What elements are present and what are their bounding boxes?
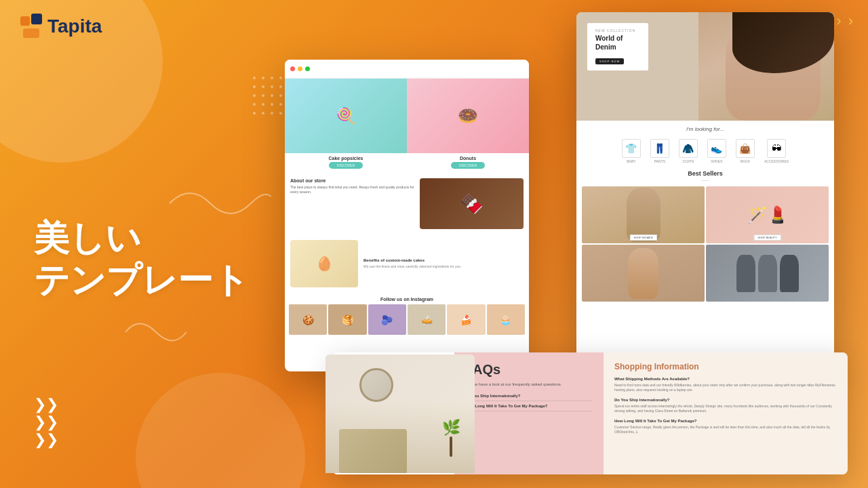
faq-section: FAQs Please have a look at our frequentl… [454, 352, 604, 474]
svg-point-0 [253, 77, 256, 79]
cat-baby: 👕 BABY [622, 139, 641, 163]
food-blog-mockup: 🍭 🍩 Cake popsicles DISCOVER Donuts DISCO… [285, 60, 529, 371]
cake-popsicles-img: 🍭 [285, 79, 407, 153]
chevron-3: ❯❯ [34, 432, 58, 447]
expand-dot [305, 66, 310, 71]
benefits-img: 🥚 [290, 240, 358, 287]
cat-bags: 👜 BAGS [736, 139, 755, 163]
shop-beauty-btn[interactable]: SHOP BEAUTY [753, 235, 781, 241]
cake-btn: DISCOVER [329, 162, 363, 169]
bedroom-mockup: 🌿 [326, 354, 475, 473]
cat-shoes: 👟 SHOES [707, 139, 726, 163]
fashion-hero-banner: NEW COLLECTION World of Denim SHOP NOW [576, 12, 834, 121]
svg-rect-63 [20, 16, 30, 26]
brand-name: Tapita [47, 16, 102, 37]
shopping-a2: Spend our entire staff across interestin… [614, 404, 837, 413]
fashion-search-label: I'm looking for... [576, 121, 834, 135]
mockup-navbar [285, 60, 529, 79]
svg-point-29 [262, 112, 264, 115]
cake-label: Cake popsicles [285, 153, 407, 162]
insta-3: 🫐 [368, 304, 406, 335]
about-text: The best place to always find what you n… [290, 185, 414, 195]
logo-icon [20, 14, 42, 39]
bags-icon: 👜 [736, 139, 755, 158]
instagram-grid: 🍪 🥞 🫐 🥧 🍰 🧁 [285, 304, 529, 335]
shopping-title: Shopping Information [614, 362, 837, 371]
fashion-store-mockup: NEW COLLECTION World of Denim SHOP NOW I… [576, 12, 834, 365]
svg-point-3 [279, 77, 282, 79]
cat-coats: 🧥 COATS [679, 139, 698, 163]
svg-point-9 [271, 85, 273, 88]
men-product [706, 245, 829, 302]
svg-rect-64 [31, 14, 42, 24]
chevron-1: ❯❯ [34, 397, 58, 412]
shopping-q1: What Shipping Methods Are Available? [614, 377, 837, 381]
donut-btn: DISCOVER [451, 162, 485, 169]
benefits-title: Benefits of custom-made cakes [363, 258, 461, 262]
shopping-info-section: Shopping Information What Shipping Metho… [604, 352, 848, 474]
chocolate-cake-img: 🍫 [420, 178, 524, 229]
blob-decoration-2 [136, 373, 305, 488]
pants-label: PANTS [654, 159, 665, 163]
baby-label: BABY [627, 159, 635, 163]
insta-2: 🥞 [328, 304, 366, 335]
best-sellers-title: Best Sellers [576, 167, 834, 178]
denim-card: NEW COLLECTION World of Denim SHOP NOW [587, 23, 648, 70]
chevron-decoration: ❯❯ ❯❯ ❯❯ [34, 397, 58, 447]
about-section: About our store The best place to always… [285, 173, 529, 235]
svg-point-24 [279, 103, 282, 106]
donuts-img: 🍩 [407, 79, 529, 153]
svg-rect-65 [23, 28, 39, 38]
instagram-label: Follow us on Instagram [285, 293, 529, 304]
svg-point-28 [253, 112, 256, 115]
insta-1: 🍪 [289, 304, 327, 335]
bags-label: BAGS [741, 159, 750, 163]
hero-text: 美しい テンプレート [34, 217, 249, 302]
benefits-desc: We use the finest and most carefully sel… [363, 264, 461, 269]
svg-point-15 [262, 94, 264, 97]
insta-6: 🧁 [487, 304, 525, 335]
svg-point-16 [271, 94, 273, 97]
insta-4: 🥧 [408, 304, 446, 335]
brand-logo[interactable]: Tapita [20, 14, 102, 39]
svg-point-22 [262, 103, 264, 106]
fashion-hero-overlay: NEW COLLECTION World of Denim SHOP NOW [576, 12, 834, 121]
close-dot [290, 66, 295, 71]
donut-label: Donuts [407, 153, 529, 162]
beauty-product: 🪄💄 SHOP BEAUTY [706, 186, 829, 243]
hero-line-2: テンプレート [34, 259, 249, 301]
baby-icon: 👕 [622, 139, 641, 158]
svg-point-14 [253, 94, 256, 97]
svg-point-2 [271, 77, 273, 79]
denim-title: World of Denim [595, 34, 640, 52]
faq-subtitle: Please have a look at our frequently ask… [465, 382, 593, 387]
shop-now-btn[interactable]: SHOP NOW [595, 58, 624, 64]
fashion-products-grid: SHOP WOMEN 🪄💄 SHOP BEAUTY [576, 186, 834, 302]
faq-question-2: How Long Will It Take To Get My Package? [465, 404, 593, 411]
svg-point-23 [271, 103, 273, 106]
shop-women-btn[interactable]: SHOP WOMEN [629, 235, 656, 241]
shopping-q2: Do You Ship Internationally? [614, 398, 837, 402]
shopping-q3: How Long Will It Take To Get My Package? [614, 419, 837, 423]
wave-decoration-2 [122, 312, 190, 352]
fashion-categories: 👕 BABY 👖 PANTS 🧥 COATS 👟 SHOES 👜 BAGS 🕶 … [576, 135, 834, 167]
minimize-dot [298, 66, 302, 71]
best-sellers-divider: —— [576, 178, 834, 182]
faq-question-1: Do You Ship Internationally? [465, 394, 593, 401]
hero-line-1: 美しい [34, 217, 249, 259]
svg-point-31 [279, 112, 282, 115]
pants-icon: 👖 [650, 139, 669, 158]
women-casual-product [582, 245, 705, 302]
cat-pants: 👖 PANTS [650, 139, 669, 163]
faq-title: FAQs [465, 362, 593, 378]
svg-point-17 [279, 94, 282, 97]
benefits-section: 🥚 Benefits of custom-made cakes We use t… [285, 235, 529, 293]
coats-label: COATS [683, 159, 694, 163]
shopping-a1: Need to find more data and our friendly … [614, 383, 837, 392]
insta-5: 🍰 [447, 304, 485, 335]
about-title: About our store [290, 178, 414, 183]
svg-point-30 [271, 112, 273, 115]
chevron-2: ❯❯ [34, 415, 58, 430]
shoes-label: SHOES [711, 159, 723, 163]
svg-point-21 [253, 103, 256, 106]
